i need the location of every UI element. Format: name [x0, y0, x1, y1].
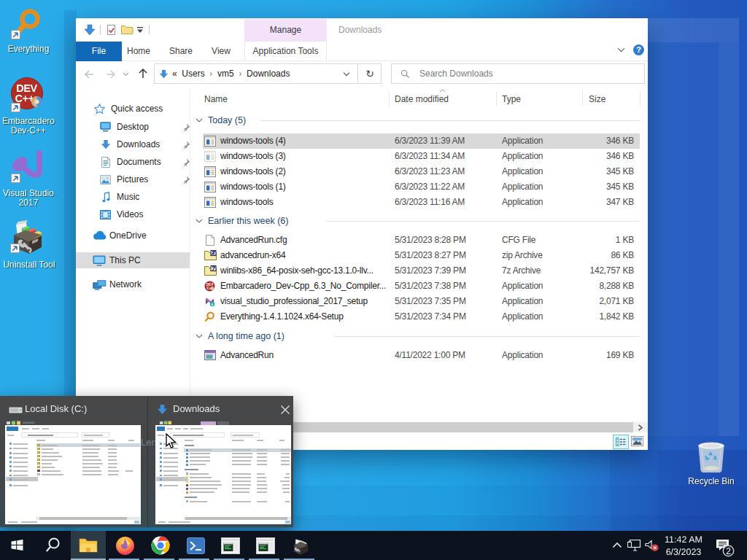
svg-text:6/3/2023: 6/3/2023: [666, 547, 702, 557]
svg-text:Len: Len: [141, 437, 157, 448]
svg-text:2017: 2017: [19, 198, 39, 208]
svg-text:Embarcadero: Embarcadero: [2, 116, 55, 126]
svg-text:Downloads: Downloads: [173, 403, 220, 414]
svg-text:Dev-C++: Dev-C++: [11, 125, 46, 136]
svg-text:11:42 AM: 11:42 AM: [665, 534, 703, 545]
svg-text:2: 2: [726, 546, 731, 556]
svg-text:Uninstall Tool: Uninstall Tool: [3, 260, 55, 270]
svg-text:Recycle Bin: Recycle Bin: [688, 476, 734, 486]
svg-text:Local Disk (C:): Local Disk (C:): [25, 403, 87, 414]
svg-text:Everything: Everything: [8, 44, 50, 54]
svg-text:Visual Studio: Visual Studio: [3, 188, 54, 198]
